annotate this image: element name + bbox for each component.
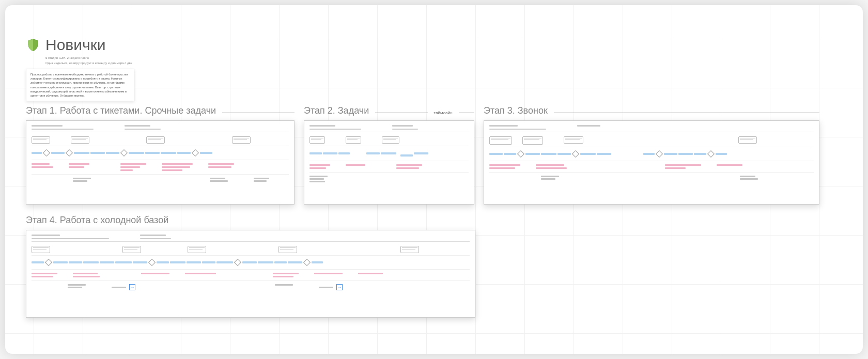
intro-note[interactable]: Процесс работы с новичком необходимо нач…	[26, 69, 134, 102]
metrics-lane	[73, 175, 289, 185]
note-card[interactable]	[346, 136, 361, 144]
decision-node[interactable]	[572, 150, 579, 158]
stage-3-frame[interactable]	[484, 120, 819, 205]
note-card[interactable]	[232, 136, 251, 144]
stages-row-1: Этап 1. Работа с тикетами. Срочные задач…	[26, 105, 842, 205]
stage-2-frame[interactable]	[304, 120, 474, 205]
note-card[interactable]	[738, 136, 757, 144]
timeline-label: таймлайн	[434, 111, 453, 115]
stage-4: Этап 4. Работа с холодной базой	[26, 215, 475, 318]
decision-node[interactable]	[120, 149, 128, 157]
subtitle-2: Одна неделька, на втру продукт в команду…	[45, 61, 842, 65]
decision-node[interactable]	[148, 259, 156, 266]
frame-header	[32, 125, 289, 130]
decision-node[interactable]	[43, 149, 50, 157]
decision-node[interactable]	[517, 150, 524, 158]
notes-lane	[32, 134, 289, 146]
content-area[interactable]: Новички 6 стадия CJM. 2 неделя после Одн…	[5, 5, 863, 349]
subtitle-1: 6 стадия CJM. 2 неделя после	[45, 56, 842, 60]
title-row: Новички	[26, 36, 842, 54]
page-title: Новички	[45, 36, 106, 54]
decision-node[interactable]	[707, 150, 715, 158]
note-card[interactable]	[382, 136, 399, 144]
canvas-frame: Новички 6 стадия CJM. 2 неделя после Одн…	[5, 5, 863, 354]
note-card[interactable]	[32, 136, 50, 144]
note-card[interactable]	[32, 246, 50, 253]
arrow-next-icon[interactable]: →	[129, 284, 135, 290]
decision-node[interactable]	[303, 259, 311, 266]
stage-2: Этап 2. Задачи таймлайн	[304, 105, 474, 205]
stages-row-2: Этап 4. Работа с холодной базой	[26, 215, 842, 318]
decision-node[interactable]	[192, 149, 199, 157]
note-card[interactable]	[309, 136, 325, 144]
shield-icon	[26, 38, 40, 52]
emotion-lane	[32, 160, 289, 175]
flow-lane	[32, 146, 289, 160]
note-card[interactable]	[564, 136, 583, 144]
note-card[interactable]	[188, 246, 206, 253]
stage-3-title: Этап 3. Звонок	[484, 105, 548, 116]
stage-1: Этап 1. Работа с тикетами. Срочные задач…	[26, 105, 295, 205]
note-card[interactable]	[400, 246, 419, 253]
arrow-next-icon[interactable]: →	[336, 284, 343, 290]
note-card[interactable]	[146, 136, 165, 144]
stage-1-title: Этап 1. Работа с тикетами. Срочные задач…	[26, 105, 216, 116]
decision-node[interactable]	[656, 150, 663, 158]
note-card[interactable]	[122, 246, 141, 253]
note-card[interactable]	[71, 136, 89, 144]
decision-node[interactable]	[234, 259, 241, 266]
stage-2-title: Этап 2. Задачи	[304, 105, 369, 116]
decision-node[interactable]	[66, 149, 73, 157]
stage-4-title: Этап 4. Работа с холодной базой	[26, 215, 168, 226]
stage-1-frame[interactable]	[26, 120, 295, 205]
note-card[interactable]	[489, 136, 512, 145]
note-card[interactable]	[278, 246, 297, 253]
stage-4-frame[interactable]: → →	[26, 230, 475, 318]
decision-node[interactable]	[45, 259, 52, 266]
stage-3: Этап 3. Звонок	[484, 105, 819, 205]
note-card[interactable]	[522, 136, 543, 145]
